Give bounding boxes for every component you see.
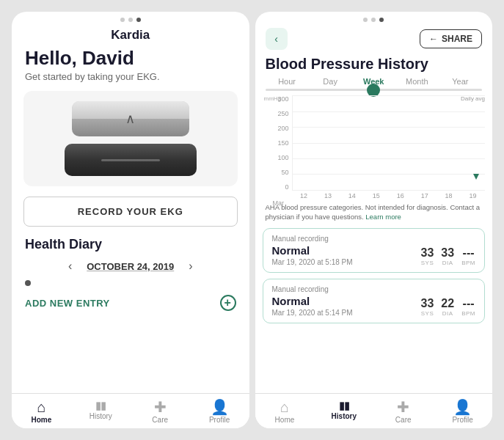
nav-home-label: Home — [32, 416, 52, 424]
x-12: 12 — [292, 192, 316, 199]
rnav-home[interactable]: ⌂ Home — [255, 394, 315, 428]
entry-2-sys-block: 33 SYS — [421, 297, 434, 317]
y-100: 100 — [277, 154, 288, 161]
grid-line-300 — [293, 95, 486, 96]
device-lower — [65, 144, 197, 176]
device-box: ∧ — [23, 91, 238, 186]
greeting-subtitle: Get started by taking your EKG. — [25, 71, 236, 82]
left-phone: Kardia Hello, David Get started by takin… — [12, 12, 249, 428]
entry-1-bpm-value: --- — [463, 246, 475, 260]
rdot-2 — [371, 18, 376, 22]
nav-history[interactable]: ▮▮ History — [71, 394, 131, 428]
y-150: 150 — [277, 139, 288, 147]
x-18: 18 — [437, 192, 461, 199]
bp-title: Blood Pressure History — [255, 54, 493, 77]
prev-date-button[interactable]: ‹ — [68, 260, 72, 273]
add-entry-row[interactable]: ADD NEW ENTRY + — [12, 289, 249, 317]
right-bottom-nav: ⌂ Home ▮▮ History ✚ Care 👤 Profile — [255, 393, 493, 428]
share-button[interactable]: ← SHARE — [420, 29, 482, 48]
care-icon: ✚ — [154, 400, 167, 414]
rhome-icon: ⌂ — [280, 400, 289, 414]
x-15: 15 — [364, 192, 388, 199]
entry-2-sys-label: SYS — [421, 310, 434, 317]
grid-line-250 — [293, 111, 486, 112]
entry-2-left: Normal Mar 19, 2020 at 5:14 PM — [272, 295, 353, 317]
right-status-dots — [255, 12, 493, 25]
time-day[interactable]: Day — [309, 77, 352, 86]
nav-care[interactable]: ✚ Care — [131, 394, 190, 428]
time-hour[interactable]: Hour — [266, 77, 309, 86]
diary-date: OCTOBER 24, 2019 — [87, 261, 174, 272]
entry-2-bpm-label: BPM — [461, 310, 475, 317]
entry-1-dia-block: 33 DIA — [441, 246, 454, 266]
rnav-history[interactable]: ▮▮ History — [314, 394, 373, 428]
rnav-profile[interactable]: 👤 Profile — [433, 394, 492, 428]
daily-avg-label: Daily avg — [461, 95, 485, 102]
entry-1-recording: Manual recording — [272, 235, 476, 243]
entry-2-bpm-value: --- — [463, 297, 475, 310]
device-logo: ∧ — [125, 111, 135, 127]
entry-2-nums: 33 SYS 22 DIA --- BPM — [421, 297, 475, 317]
status-dots — [12, 12, 249, 25]
grid-line-150 — [293, 143, 486, 144]
dot-2 — [128, 18, 133, 22]
entry-2-recording: Manual recording — [272, 285, 476, 293]
entry-2-date: Mar 19, 2020 at 5:14 PM — [272, 309, 353, 317]
share-icon: ← — [429, 34, 438, 44]
profile-icon: 👤 — [211, 400, 229, 414]
nav-home[interactable]: ⌂ Home — [12, 394, 71, 428]
rnav-care[interactable]: ✚ Care — [373, 394, 433, 428]
rnav-history-label: History — [332, 412, 357, 420]
time-thumb[interactable] — [367, 84, 380, 97]
y-200: 200 — [277, 125, 288, 132]
entry-2-bpm-block: --- BPM — [461, 297, 475, 317]
entry-2-dia-value: 22 — [441, 297, 454, 310]
x-19: 19 — [461, 192, 485, 199]
time-month[interactable]: Month — [395, 77, 439, 86]
diary-dot — [25, 280, 31, 286]
dot-3 — [136, 18, 141, 22]
y-0: 0 — [285, 183, 288, 191]
entry-1-sys-value: 33 — [421, 246, 434, 260]
grid-line-100 — [293, 158, 486, 159]
chart-grid: Daily avg — [292, 95, 486, 191]
entry-1-dia-label: DIA — [442, 260, 453, 266]
learn-more-link[interactable]: Learn more — [365, 213, 401, 221]
app-name: Kardia — [12, 25, 249, 44]
entry-2-dia-label: DIA — [442, 310, 453, 317]
home-icon: ⌂ — [37, 400, 45, 414]
chart-inner: 300 250 200 150 100 50 0 Daily avg — [263, 95, 486, 191]
time-year[interactable]: Year — [439, 77, 482, 86]
bp-entry-2[interactable]: Manual recording Normal Mar 19, 2020 at … — [263, 279, 486, 323]
rprofile-icon: 👤 — [453, 400, 472, 414]
nav-profile[interactable]: 👤 Profile — [190, 394, 249, 428]
add-entry-plus-icon[interactable]: + — [220, 295, 236, 311]
left-bottom-nav: ⌂ Home ▮▮ History ✚ Care 👤 Profile — [12, 393, 249, 428]
nav-profile-label: Profile — [209, 416, 230, 424]
dot-1 — [120, 18, 125, 22]
grid-line-50 — [293, 174, 486, 175]
entry-1-nums: 33 SYS 33 DIA --- BPM — [421, 246, 475, 266]
nav-care-label: Care — [152, 416, 168, 424]
time-track — [266, 89, 483, 91]
bp-entry-1[interactable]: Manual recording Normal Mar 19, 2020 at … — [263, 228, 486, 273]
entry-1-status: Normal — [272, 244, 353, 257]
record-ekg-button[interactable]: RECORD YOUR EKG — [23, 197, 238, 227]
rdot-3 — [379, 18, 384, 22]
chart-data-point — [473, 174, 479, 180]
greeting-section: Hello, David Get started by taking your … — [12, 44, 249, 84]
back-button[interactable]: ‹ — [266, 28, 288, 50]
history-icon: ▮▮ — [95, 400, 106, 411]
rdot-1 — [363, 18, 368, 22]
rnav-profile-label: Profile — [452, 416, 472, 424]
rcare-icon: ✚ — [397, 400, 409, 414]
x-14: 14 — [340, 192, 364, 199]
y-50: 50 — [281, 169, 288, 176]
diary-nav: ‹ OCTOBER 24, 2019 › — [12, 255, 249, 277]
entry-1-bpm-label: BPM — [461, 260, 475, 266]
entry-1-row: Normal Mar 19, 2020 at 5:18 PM 33 SYS 33… — [272, 244, 476, 266]
y-250: 250 — [277, 110, 288, 117]
x-month-label: Mar — [263, 199, 486, 207]
entry-1-left: Normal Mar 19, 2020 at 5:18 PM — [272, 244, 353, 266]
next-date-button[interactable]: › — [189, 260, 192, 273]
